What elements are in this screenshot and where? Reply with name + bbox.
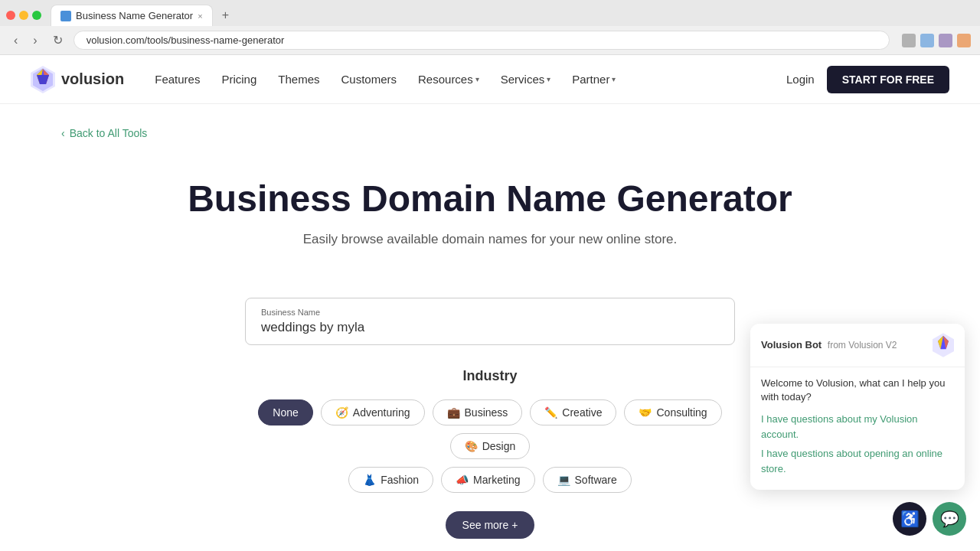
- partner-chevron-icon: ▾: [612, 75, 616, 83]
- login-button[interactable]: Login: [786, 73, 815, 86]
- industry-tags-row-2: 👗 Fashion 📣 Marketing 💻 Software: [245, 467, 735, 493]
- browser-ext-icon-3: [957, 34, 971, 47]
- tag-design[interactable]: 🎨 Design: [450, 433, 531, 459]
- logo-link[interactable]: volusion: [31, 66, 124, 93]
- hero-section: Business Domain Name Generator Easily br…: [31, 162, 949, 298]
- tab-title: Business Name Generator: [76, 10, 193, 21]
- back-button[interactable]: ‹: [9, 32, 22, 49]
- new-tab-button[interactable]: +: [216, 5, 235, 25]
- browser-ext-icon-2: [939, 34, 952, 47]
- design-icon: 🎨: [465, 440, 478, 452]
- business-name-wrapper: Business Name: [245, 298, 735, 345]
- chat-bot-source: from Volusion V2: [828, 340, 897, 350]
- main-navigation: volusion Features Pricing Themes Custome…: [0, 55, 980, 104]
- business-name-input[interactable]: [261, 320, 719, 335]
- tag-marketing[interactable]: 📣 Marketing: [441, 467, 534, 493]
- industry-section: Industry None 🧭 Adventuring 💼 Business ✏…: [245, 368, 735, 539]
- volusion-logo-icon: [31, 66, 55, 93]
- resources-chevron-icon: ▾: [475, 75, 479, 83]
- tag-software[interactable]: 💻 Software: [543, 467, 632, 493]
- chat-bot-name: Volusion Bot: [761, 339, 822, 350]
- chat-option-2[interactable]: I have questions about opening an online…: [761, 446, 954, 476]
- accessibility-icon: ♿: [900, 510, 920, 528]
- chat-open-icon: 💬: [940, 510, 959, 528]
- browser-star-icon: [902, 34, 916, 47]
- adventuring-icon: 🧭: [335, 406, 348, 419]
- tab-close-button[interactable]: ×: [198, 11, 202, 21]
- chat-widget: Volusion Bot from Volusion V2 Welcome to…: [750, 324, 965, 490]
- back-chevron-icon: ‹: [61, 127, 65, 139]
- consulting-icon: 🤝: [639, 406, 652, 419]
- tag-adventuring[interactable]: 🧭 Adventuring: [321, 399, 425, 425]
- see-more-button[interactable]: See more +: [446, 511, 535, 539]
- fashion-icon: 👗: [363, 474, 376, 486]
- chat-open-button[interactable]: 💬: [933, 502, 966, 536]
- creative-icon: ✏️: [544, 406, 557, 419]
- volusion-chat-icon: [933, 333, 954, 357]
- software-icon: 💻: [557, 474, 570, 486]
- chat-body: Welcome to Volusion, what can I help you…: [750, 367, 965, 490]
- nav-pricing[interactable]: Pricing: [221, 73, 256, 86]
- nav-links: Features Pricing Themes Customers Resour…: [155, 73, 786, 86]
- nav-resources[interactable]: Resources ▾: [418, 73, 479, 86]
- forward-button[interactable]: ›: [28, 32, 41, 49]
- services-chevron-icon: ▾: [547, 75, 550, 83]
- chat-header-text: Volusion Bot from Volusion V2: [761, 339, 897, 350]
- chat-option-1[interactable]: I have questions about my Volusion accou…: [761, 412, 954, 442]
- refresh-button[interactable]: ↻: [48, 31, 67, 49]
- industry-tags-row-1: None 🧭 Adventuring 💼 Business ✏️ Creativ…: [245, 399, 735, 459]
- back-to-tools-link[interactable]: ‹ Back to All Tools: [61, 127, 147, 139]
- nav-customers[interactable]: Customers: [341, 73, 397, 86]
- generator-section: Business Name Industry None 🧭 Adventurin…: [230, 298, 750, 551]
- business-icon: 💼: [447, 406, 460, 419]
- chat-header: Volusion Bot from Volusion V2: [750, 324, 965, 367]
- tag-none[interactable]: None: [258, 399, 312, 425]
- browser-ext-icon-1: [920, 34, 934, 47]
- logo-text: volusion: [61, 70, 124, 88]
- chat-greeting: Welcome to Volusion, what can I help you…: [761, 377, 954, 404]
- nav-themes[interactable]: Themes: [278, 73, 319, 86]
- nav-actions: Login START FOR FREE: [786, 66, 949, 93]
- tab-favicon: [60, 11, 71, 21]
- start-for-free-button[interactable]: START FOR FREE: [827, 66, 949, 93]
- nav-features[interactable]: Features: [155, 73, 200, 86]
- address-bar-input[interactable]: [74, 31, 890, 50]
- tag-consulting[interactable]: 🤝 Consulting: [624, 399, 721, 425]
- industry-title: Industry: [245, 368, 735, 384]
- marketing-icon: 📣: [456, 474, 469, 486]
- page-title: Business Domain Name Generator: [61, 178, 919, 220]
- page-subtitle: Easily browse available domain names for…: [61, 232, 919, 247]
- nav-partner[interactable]: Partner ▾: [572, 73, 616, 86]
- browser-tab[interactable]: Business Name Generator ×: [51, 5, 213, 26]
- tag-creative[interactable]: ✏️ Creative: [530, 399, 616, 425]
- tag-fashion[interactable]: 👗 Fashion: [348, 467, 433, 493]
- nav-services[interactable]: Services ▾: [501, 73, 551, 86]
- tag-business[interactable]: 💼 Business: [433, 399, 523, 425]
- accessibility-button[interactable]: ♿: [893, 502, 926, 536]
- business-name-label: Business Name: [261, 308, 719, 317]
